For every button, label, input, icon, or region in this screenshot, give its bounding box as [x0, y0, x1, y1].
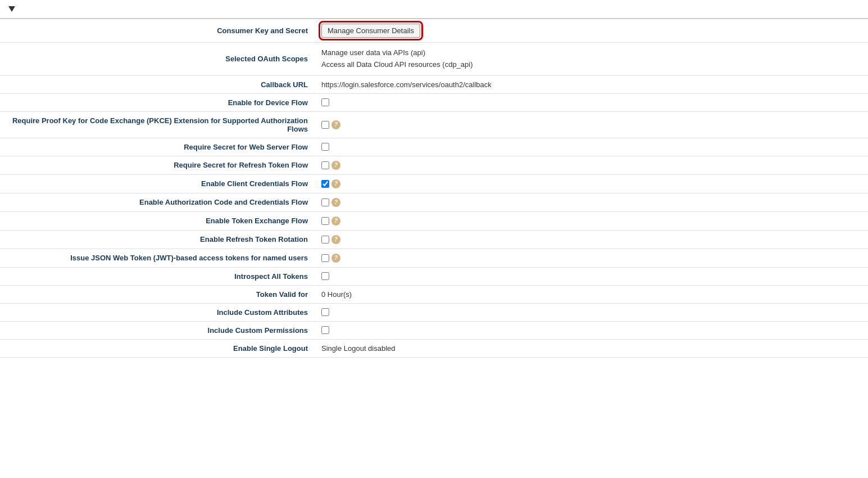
value-include-custom-permissions	[315, 321, 868, 339]
help-icon-require-pkce[interactable]: ?	[331, 120, 340, 129]
help-icon-enable-auth-code-credentials[interactable]: ?	[331, 198, 340, 207]
checkbox-wrapper-issue-jwt: ?	[321, 254, 861, 263]
label-require-secret-web-server: Require Secret for Web Server Flow	[0, 138, 315, 156]
label-selected-oauth-scopes: Selected OAuth Scopes	[0, 43, 315, 76]
checkbox-enable-auth-code-credentials[interactable]	[321, 199, 329, 206]
oauth-scopes-value: Manage user data via APIs (api)Access al…	[321, 47, 861, 71]
label-introspect-all-tokens: Introspect All Tokens	[0, 267, 315, 285]
help-icon-enable-refresh-token-rotation[interactable]: ?	[331, 235, 340, 244]
value-enable-auth-code-credentials: ?	[315, 193, 868, 211]
text-value-enable-single-logout: Single Logout disabled	[321, 344, 396, 353]
manage-consumer-details-button[interactable]: Manage Consumer Details	[321, 24, 420, 38]
value-enable-refresh-token-rotation: ?	[315, 230, 868, 249]
label-enable-client-credentials: Enable Client Credentials Flow	[0, 174, 315, 193]
checkbox-wrapper-include-custom-permissions	[321, 326, 861, 334]
help-icon-enable-client-credentials[interactable]: ?	[331, 179, 340, 188]
value-issue-jwt: ?	[315, 249, 868, 267]
checkbox-wrapper-require-secret-web-server	[321, 143, 861, 151]
label-issue-jwt: Issue JSON Web Token (JWT)-based access …	[0, 249, 315, 267]
row-enable-auth-code-credentials: Enable Authorization Code and Credential…	[0, 193, 868, 211]
checkbox-include-custom-attributes[interactable]	[321, 308, 329, 316]
value-selected-oauth-scopes: Manage user data via APIs (api)Access al…	[315, 43, 868, 76]
checkbox-wrapper-enable-token-exchange: ?	[321, 217, 861, 226]
label-token-valid-for: Token Valid for	[0, 285, 315, 303]
help-icon-require-secret-refresh-token[interactable]: ?	[331, 161, 340, 170]
checkbox-enable-client-credentials[interactable]	[321, 180, 329, 188]
checkbox-include-custom-permissions[interactable]	[321, 326, 329, 334]
collapse-icon[interactable]	[8, 6, 15, 12]
checkbox-require-pkce[interactable]	[321, 121, 329, 129]
help-icon-enable-token-exchange[interactable]: ?	[331, 217, 340, 226]
section-header	[0, 0, 868, 19]
label-enable-auth-code-credentials: Enable Authorization Code and Credential…	[0, 193, 315, 211]
row-enable-refresh-token-rotation: Enable Refresh Token Rotation?	[0, 230, 868, 249]
checkbox-enable-refresh-token-rotation[interactable]	[321, 236, 329, 243]
value-require-secret-web-server	[315, 138, 868, 156]
value-token-valid-for: 0 Hour(s)	[315, 285, 868, 303]
checkbox-enable-token-exchange[interactable]	[321, 217, 329, 225]
checkbox-enable-device-flow[interactable]	[321, 98, 329, 106]
value-include-custom-attributes	[315, 303, 868, 321]
checkbox-introspect-all-tokens[interactable]	[321, 272, 329, 280]
label-callback-url: Callback URL	[0, 75, 315, 93]
label-consumer-key-secret: Consumer Key and Secret	[0, 19, 315, 43]
value-introspect-all-tokens	[315, 267, 868, 285]
settings-form: Consumer Key and SecretManage Consumer D…	[0, 19, 868, 358]
row-enable-device-flow: Enable for Device Flow	[0, 93, 868, 111]
label-enable-refresh-token-rotation: Enable Refresh Token Rotation	[0, 230, 315, 249]
checkbox-require-secret-web-server[interactable]	[321, 143, 329, 151]
label-enable-device-flow: Enable for Device Flow	[0, 93, 315, 111]
label-require-secret-refresh-token: Require Secret for Refresh Token Flow	[0, 156, 315, 174]
checkbox-wrapper-enable-refresh-token-rotation: ?	[321, 235, 861, 244]
row-include-custom-permissions: Include Custom Permissions	[0, 321, 868, 339]
text-value-token-valid-for: 0 Hour(s)	[321, 290, 352, 299]
row-enable-client-credentials: Enable Client Credentials Flow?	[0, 174, 868, 193]
value-consumer-key-secret: Manage Consumer Details	[315, 19, 868, 43]
row-selected-oauth-scopes: Selected OAuth ScopesManage user data vi…	[0, 43, 868, 76]
value-callback-url: https://login.salesforce.com/services/oa…	[315, 75, 868, 93]
row-introspect-all-tokens: Introspect All Tokens	[0, 267, 868, 285]
value-require-secret-refresh-token: ?	[315, 156, 868, 174]
checkbox-wrapper-enable-device-flow	[321, 98, 861, 106]
row-callback-url: Callback URLhttps://login.salesforce.com…	[0, 75, 868, 93]
checkbox-wrapper-introspect-all-tokens	[321, 272, 861, 280]
label-include-custom-permissions: Include Custom Permissions	[0, 321, 315, 339]
text-value-callback-url: https://login.salesforce.com/services/oa…	[321, 80, 492, 89]
value-enable-single-logout: Single Logout disabled	[315, 339, 868, 357]
value-enable-device-flow	[315, 93, 868, 111]
label-enable-single-logout: Enable Single Logout	[0, 339, 315, 357]
row-issue-jwt: Issue JSON Web Token (JWT)-based access …	[0, 249, 868, 267]
checkbox-wrapper-include-custom-attributes	[321, 308, 861, 316]
row-enable-token-exchange: Enable Token Exchange Flow?	[0, 211, 868, 230]
page-container: Consumer Key and SecretManage Consumer D…	[0, 0, 868, 478]
help-icon-issue-jwt[interactable]: ?	[331, 254, 340, 263]
label-include-custom-attributes: Include Custom Attributes	[0, 303, 315, 321]
row-include-custom-attributes: Include Custom Attributes	[0, 303, 868, 321]
checkbox-wrapper-enable-auth-code-credentials: ?	[321, 198, 861, 207]
row-require-pkce: Require Proof Key for Code Exchange (PKC…	[0, 111, 868, 138]
checkbox-issue-jwt[interactable]	[321, 254, 329, 262]
checkbox-wrapper-enable-client-credentials: ?	[321, 179, 861, 188]
value-require-pkce: ?	[315, 111, 868, 138]
row-consumer-key-secret: Consumer Key and SecretManage Consumer D…	[0, 19, 868, 43]
value-enable-token-exchange: ?	[315, 211, 868, 230]
checkbox-require-secret-refresh-token[interactable]	[321, 161, 329, 169]
row-enable-single-logout: Enable Single LogoutSingle Logout disabl…	[0, 339, 868, 357]
label-enable-token-exchange: Enable Token Exchange Flow	[0, 211, 315, 230]
row-require-secret-web-server: Require Secret for Web Server Flow	[0, 138, 868, 156]
value-enable-client-credentials: ?	[315, 174, 868, 193]
checkbox-wrapper-require-secret-refresh-token: ?	[321, 161, 861, 170]
row-token-valid-for: Token Valid for0 Hour(s)	[0, 285, 868, 303]
label-require-pkce: Require Proof Key for Code Exchange (PKC…	[0, 111, 315, 138]
checkbox-wrapper-require-pkce: ?	[321, 120, 861, 129]
row-require-secret-refresh-token: Require Secret for Refresh Token Flow?	[0, 156, 868, 174]
